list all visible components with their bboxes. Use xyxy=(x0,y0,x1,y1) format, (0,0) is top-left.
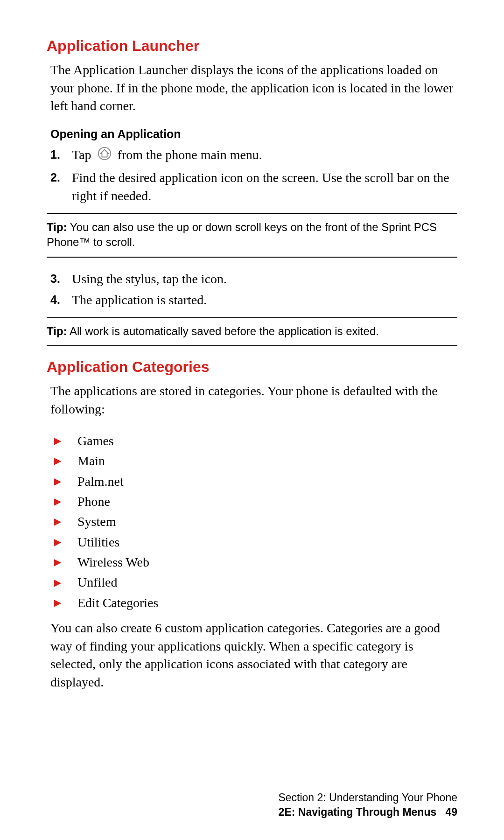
step-4: 4. The application is started. xyxy=(50,291,457,309)
steps-group-a: 1. Tap from the phone main menu. 2. Find… xyxy=(47,146,457,205)
step-text: Using the stylus, tap the icon. xyxy=(72,270,457,288)
home-icon xyxy=(98,147,112,165)
intro-app-launcher: The Application Launcher displays the ic… xyxy=(47,61,457,115)
category-label: Palm.net xyxy=(77,471,124,491)
step-text: The application is started. xyxy=(72,291,457,309)
heading-app-categories: Application Categories xyxy=(47,358,457,376)
tip-text: You can also use the up or down scroll k… xyxy=(47,221,437,248)
list-item: ▶Unfiled xyxy=(54,572,457,592)
step-2: 2. Find the desired application icon on … xyxy=(50,168,457,205)
category-label: Edit Categories xyxy=(77,593,158,613)
list-item: ▶Phone xyxy=(54,491,457,511)
subheading-opening-app: Opening an Application xyxy=(47,127,457,141)
step-1: 1. Tap from the phone main menu. xyxy=(50,146,457,166)
triangle-bullet-icon: ▶ xyxy=(54,575,77,590)
category-label: System xyxy=(77,511,116,532)
triangle-bullet-icon: ▶ xyxy=(54,494,77,509)
footer: Section 2: Understanding Your Phone 2E: … xyxy=(278,791,457,819)
triangle-bullet-icon: ▶ xyxy=(54,514,77,529)
list-item: ▶Games xyxy=(54,431,457,451)
footer-section-label: Section 2: Understanding Your Phone xyxy=(278,791,457,804)
triangle-bullet-icon: ▶ xyxy=(54,474,77,489)
step-text-post: from the phone main menu. xyxy=(118,147,262,162)
step-number: 1. xyxy=(50,146,72,163)
list-item: ▶Palm.net xyxy=(54,471,457,491)
step-text: Find the desired application icon on the… xyxy=(72,168,457,205)
step-text-pre: Tap xyxy=(72,147,91,162)
footer-page-number: 49 xyxy=(445,806,457,818)
list-item: ▶Wireless Web xyxy=(54,552,457,572)
category-list: ▶Games ▶Main ▶Palm.net ▶Phone ▶System ▶U… xyxy=(47,431,457,613)
triangle-bullet-icon: ▶ xyxy=(54,434,77,448)
tip-label: Tip: xyxy=(47,221,67,233)
category-label: Phone xyxy=(77,491,110,511)
step-number: 3. xyxy=(50,270,72,287)
step-text: Tap from the phone main menu. xyxy=(72,146,457,166)
page-content: Application Launcher The Application Lau… xyxy=(0,0,504,692)
tip-box-autosave: Tip: All work is automatically saved bef… xyxy=(47,317,457,346)
tip-label: Tip: xyxy=(47,325,67,337)
step-3: 3. Using the stylus, tap the icon. xyxy=(50,270,457,288)
step-number: 4. xyxy=(50,291,72,308)
category-label: Unfiled xyxy=(77,572,118,592)
list-item: ▶System xyxy=(54,511,457,532)
triangle-bullet-icon: ▶ xyxy=(54,454,77,468)
triangle-bullet-icon: ▶ xyxy=(54,555,77,569)
intro-app-categories: The applications are stored in categorie… xyxy=(47,382,457,418)
steps-group-b: 3. Using the stylus, tap the icon. 4. Th… xyxy=(47,270,457,309)
step-number: 2. xyxy=(50,168,72,186)
triangle-bullet-icon: ▶ xyxy=(54,535,77,549)
tip-box-scroll: Tip: You can also use the up or down scr… xyxy=(47,213,457,258)
triangle-bullet-icon: ▶ xyxy=(54,595,77,610)
list-item: ▶Main xyxy=(54,451,457,471)
category-label: Wireless Web xyxy=(77,552,149,572)
para-custom-categories: You can also create 6 custom application… xyxy=(47,619,457,692)
footer-chapter-text: 2E: Navigating Through Menus xyxy=(279,806,437,818)
category-label: Games xyxy=(77,431,114,451)
tip-text: All work is automatically saved before t… xyxy=(70,325,379,337)
category-label: Main xyxy=(77,451,105,471)
category-label: Utilities xyxy=(77,532,119,552)
heading-app-launcher: Application Launcher xyxy=(47,37,457,55)
footer-chapter-label: 2E: Navigating Through Menus 49 xyxy=(278,806,457,819)
list-item: ▶Utilities xyxy=(54,532,457,552)
list-item: ▶Edit Categories xyxy=(54,593,457,613)
